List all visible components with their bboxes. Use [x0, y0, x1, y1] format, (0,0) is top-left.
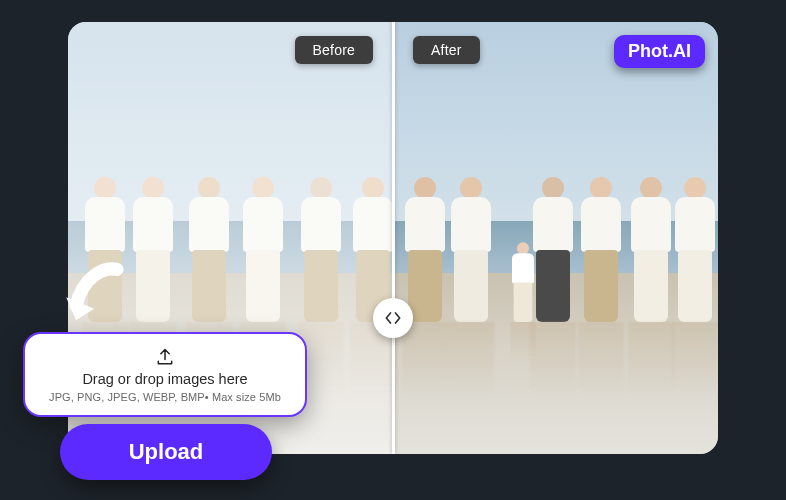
brand-part2: AI: [673, 41, 691, 61]
brand-badge: Phot.AI: [614, 35, 705, 68]
upload-icon: [155, 347, 175, 367]
dropzone-main-text: Drag or drop images here: [39, 371, 291, 387]
comparison-divider[interactable]: [392, 22, 395, 454]
brand-part1: Phot: [628, 41, 668, 61]
upload-dropzone[interactable]: Drag or drop images here JPG, PNG, JPEG,…: [23, 332, 307, 417]
upload-button[interactable]: Upload: [60, 424, 272, 480]
before-label: Before: [295, 36, 373, 64]
after-label: After: [413, 36, 480, 64]
drag-horizontal-icon: [383, 308, 403, 328]
dropzone-sub-text: JPG, PNG, JPEG, WEBP, BMP• Max size 5Mb: [39, 391, 291, 403]
comparison-slider-handle[interactable]: [373, 298, 413, 338]
